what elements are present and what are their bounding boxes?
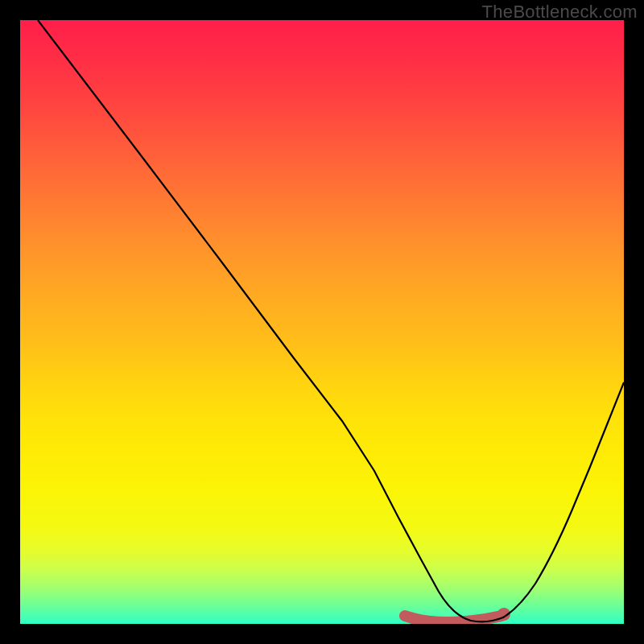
bottleneck-curve (38, 20, 624, 621)
curve-svg (20, 20, 624, 624)
plot-area (20, 20, 624, 624)
chart-frame: TheBottleneck.com (0, 0, 644, 644)
